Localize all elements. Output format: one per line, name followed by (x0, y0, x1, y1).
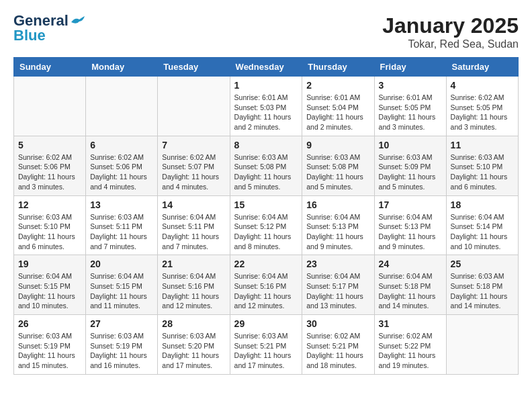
calendar-title: January 2025 (382, 13, 519, 38)
day-info: Sunrise: 6:04 AMSunset: 5:17 PMDaylight:… (306, 271, 369, 311)
day-header-sunday: Sunday (14, 58, 86, 77)
day-number: 29 (234, 318, 298, 329)
day-number: 15 (234, 199, 298, 210)
day-number: 9 (306, 140, 369, 150)
day-number: 13 (90, 199, 153, 210)
logo-bird-icon (70, 15, 85, 26)
calendar-cell: 12Sunrise: 6:03 AMSunset: 5:10 PMDayligh… (14, 195, 86, 255)
calendar-cell: 27Sunrise: 6:03 AMSunset: 5:19 PMDayligh… (86, 315, 158, 375)
calendar-cell: 23Sunrise: 6:04 AMSunset: 5:17 PMDayligh… (302, 255, 374, 315)
logo-general: General (13, 13, 69, 28)
logo: General Blue (13, 13, 85, 43)
day-number: 1 (234, 80, 298, 91)
calendar-cell: 10Sunrise: 6:03 AMSunset: 5:09 PMDayligh… (374, 136, 446, 195)
calendar-cell: 20Sunrise: 6:04 AMSunset: 5:15 PMDayligh… (86, 255, 158, 315)
day-number: 17 (379, 199, 442, 210)
day-info: Sunrise: 6:04 AMSunset: 5:16 PMDaylight:… (162, 271, 225, 311)
calendar-cell: 29Sunrise: 6:03 AMSunset: 5:21 PMDayligh… (230, 315, 302, 375)
day-number: 31 (379, 318, 442, 329)
calendar-cell: 22Sunrise: 6:04 AMSunset: 5:16 PMDayligh… (230, 255, 302, 315)
day-info: Sunrise: 6:03 AMSunset: 5:08 PMDaylight:… (306, 152, 369, 192)
calendar-cell (86, 77, 158, 136)
calendar-cell: 2Sunrise: 6:01 AMSunset: 5:04 PMDaylight… (302, 77, 374, 136)
logo-blue: Blue (13, 28, 46, 43)
day-number: 14 (162, 199, 225, 210)
calendar-cell: 24Sunrise: 6:04 AMSunset: 5:18 PMDayligh… (374, 255, 446, 315)
day-number: 23 (306, 259, 369, 269)
calendar-subtitle: Tokar, Red Sea, Sudan (382, 38, 519, 50)
day-number: 28 (162, 318, 225, 329)
day-info: Sunrise: 6:03 AMSunset: 5:21 PMDaylight:… (234, 331, 298, 371)
day-info: Sunrise: 6:03 AMSunset: 5:10 PMDaylight:… (451, 152, 514, 192)
day-info: Sunrise: 6:03 AMSunset: 5:08 PMDaylight:… (234, 152, 298, 192)
day-info: Sunrise: 6:03 AMSunset: 5:19 PMDaylight:… (18, 331, 81, 371)
title-block: January 2025 Tokar, Red Sea, Sudan (382, 13, 519, 50)
day-number: 12 (18, 199, 81, 210)
day-info: Sunrise: 6:03 AMSunset: 5:18 PMDaylight:… (451, 271, 514, 311)
day-info: Sunrise: 6:02 AMSunset: 5:06 PMDaylight:… (18, 152, 81, 192)
calendar-cell: 11Sunrise: 6:03 AMSunset: 5:10 PMDayligh… (446, 136, 518, 195)
calendar-header-row: SundayMondayTuesdayWednesdayThursdayFrid… (14, 58, 519, 77)
calendar-cell: 16Sunrise: 6:04 AMSunset: 5:13 PMDayligh… (302, 195, 374, 255)
day-number: 4 (451, 80, 514, 91)
calendar-cell (446, 315, 518, 375)
day-info: Sunrise: 6:04 AMSunset: 5:15 PMDaylight:… (18, 271, 81, 311)
day-number: 24 (379, 259, 442, 269)
day-info: Sunrise: 6:04 AMSunset: 5:13 PMDaylight:… (306, 212, 369, 252)
day-number: 16 (306, 199, 369, 210)
day-header-tuesday: Tuesday (158, 58, 230, 77)
day-info: Sunrise: 6:03 AMSunset: 5:10 PMDaylight:… (18, 212, 81, 252)
day-number: 22 (234, 259, 298, 269)
calendar-cell: 21Sunrise: 6:04 AMSunset: 5:16 PMDayligh… (158, 255, 230, 315)
calendar-week-row: 12Sunrise: 6:03 AMSunset: 5:10 PMDayligh… (14, 195, 519, 255)
day-info: Sunrise: 6:02 AMSunset: 5:07 PMDaylight:… (162, 152, 225, 192)
day-info: Sunrise: 6:01 AMSunset: 5:04 PMDaylight:… (306, 93, 369, 132)
calendar-cell: 6Sunrise: 6:02 AMSunset: 5:06 PMDaylight… (86, 136, 158, 195)
day-number: 27 (90, 318, 153, 329)
calendar-cell: 7Sunrise: 6:02 AMSunset: 5:07 PMDaylight… (158, 136, 230, 195)
day-info: Sunrise: 6:01 AMSunset: 5:03 PMDaylight:… (234, 93, 298, 132)
day-number: 7 (162, 140, 225, 150)
day-header-friday: Friday (374, 58, 446, 77)
day-info: Sunrise: 6:04 AMSunset: 5:15 PMDaylight:… (90, 271, 153, 311)
day-number: 8 (234, 140, 298, 150)
day-number: 21 (162, 259, 225, 269)
day-header-monday: Monday (86, 58, 158, 77)
calendar-cell: 30Sunrise: 6:02 AMSunset: 5:21 PMDayligh… (302, 315, 374, 375)
calendar-cell: 19Sunrise: 6:04 AMSunset: 5:15 PMDayligh… (14, 255, 86, 315)
day-number: 3 (379, 80, 442, 91)
calendar-week-row: 1Sunrise: 6:01 AMSunset: 5:03 PMDaylight… (14, 77, 519, 136)
day-number: 19 (18, 259, 81, 269)
day-number: 10 (379, 140, 442, 150)
calendar-cell: 13Sunrise: 6:03 AMSunset: 5:11 PMDayligh… (86, 195, 158, 255)
calendar-cell: 3Sunrise: 6:01 AMSunset: 5:05 PMDaylight… (374, 77, 446, 136)
day-header-wednesday: Wednesday (230, 58, 302, 77)
day-info: Sunrise: 6:02 AMSunset: 5:22 PMDaylight:… (379, 331, 442, 371)
calendar-week-row: 19Sunrise: 6:04 AMSunset: 5:15 PMDayligh… (14, 255, 519, 315)
calendar-cell: 18Sunrise: 6:04 AMSunset: 5:14 PMDayligh… (446, 195, 518, 255)
day-number: 26 (18, 318, 81, 329)
day-info: Sunrise: 6:02 AMSunset: 5:21 PMDaylight:… (306, 331, 369, 371)
calendar-cell: 4Sunrise: 6:02 AMSunset: 5:05 PMDaylight… (446, 77, 518, 136)
calendar-cell: 5Sunrise: 6:02 AMSunset: 5:06 PMDaylight… (14, 136, 86, 195)
calendar-cell: 26Sunrise: 6:03 AMSunset: 5:19 PMDayligh… (14, 315, 86, 375)
calendar-week-row: 5Sunrise: 6:02 AMSunset: 5:06 PMDaylight… (14, 136, 519, 195)
calendar-cell: 25Sunrise: 6:03 AMSunset: 5:18 PMDayligh… (446, 255, 518, 315)
day-header-saturday: Saturday (446, 58, 518, 77)
day-number: 2 (306, 80, 369, 91)
day-info: Sunrise: 6:04 AMSunset: 5:16 PMDaylight:… (234, 271, 298, 311)
calendar-table: SundayMondayTuesdayWednesdayThursdayFrid… (13, 57, 519, 375)
day-info: Sunrise: 6:03 AMSunset: 5:19 PMDaylight:… (90, 331, 153, 371)
day-number: 6 (90, 140, 153, 150)
day-info: Sunrise: 6:02 AMSunset: 5:06 PMDaylight:… (90, 152, 153, 192)
day-info: Sunrise: 6:03 AMSunset: 5:11 PMDaylight:… (90, 212, 153, 252)
day-info: Sunrise: 6:03 AMSunset: 5:09 PMDaylight:… (379, 152, 442, 192)
calendar-cell: 8Sunrise: 6:03 AMSunset: 5:08 PMDaylight… (230, 136, 302, 195)
calendar-cell: 31Sunrise: 6:02 AMSunset: 5:22 PMDayligh… (374, 315, 446, 375)
day-info: Sunrise: 6:03 AMSunset: 5:20 PMDaylight:… (162, 331, 225, 371)
calendar-week-row: 26Sunrise: 6:03 AMSunset: 5:19 PMDayligh… (14, 315, 519, 375)
calendar-cell: 14Sunrise: 6:04 AMSunset: 5:11 PMDayligh… (158, 195, 230, 255)
day-number: 5 (18, 140, 81, 150)
day-info: Sunrise: 6:02 AMSunset: 5:05 PMDaylight:… (451, 93, 514, 132)
calendar-cell: 9Sunrise: 6:03 AMSunset: 5:08 PMDaylight… (302, 136, 374, 195)
